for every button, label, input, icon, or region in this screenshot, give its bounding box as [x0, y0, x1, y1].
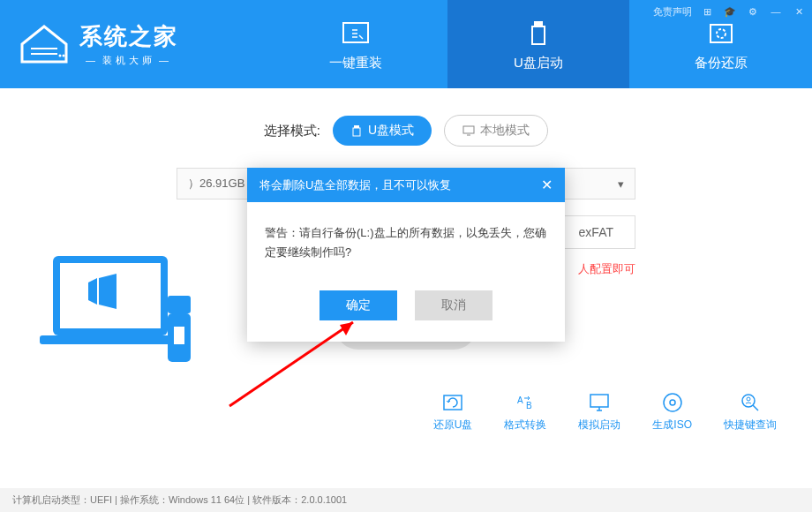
svg-rect-4	[532, 26, 545, 44]
svg-rect-9	[463, 126, 474, 133]
svg-point-1	[63, 55, 65, 57]
restore-usb-icon	[441, 391, 464, 414]
tab-reinstall[interactable]: 一键重装	[265, 0, 447, 88]
modal-body: 警告：请自行备份(L:)盘上的所有数据，以免丢失，您确定要继续制作吗?	[247, 202, 565, 290]
logo-title: 系统之家	[79, 21, 178, 52]
restore-icon	[705, 18, 737, 49]
svg-rect-2	[343, 23, 368, 42]
hat-icon[interactable]: 🎓	[722, 4, 738, 19]
svg-rect-19	[590, 395, 608, 407]
svg-point-23	[747, 397, 750, 401]
svg-point-21	[670, 400, 675, 405]
mode-label: 选择模式:	[264, 123, 320, 139]
close-button[interactable]: ✕	[791, 4, 807, 19]
chevron-down-icon: ▾	[618, 177, 624, 191]
mode-selector: 选择模式: U盘模式 本地模式	[35, 115, 777, 147]
svg-text:A: A	[517, 395, 523, 405]
exfat-button[interactable]: exFAT	[557, 215, 635, 249]
svg-rect-15	[174, 327, 184, 344]
disc-icon	[661, 391, 684, 414]
format-convert-icon: AB	[514, 391, 537, 414]
tool-restore-usb[interactable]: 还原U盘	[433, 391, 473, 433]
local-mode-button[interactable]: 本地模式	[444, 115, 548, 147]
svg-rect-8	[353, 128, 360, 136]
svg-rect-12	[40, 335, 181, 344]
modal-header: 将会删除U盘全部数据，且不可以恢复 ✕	[247, 168, 565, 202]
modal-cancel-button[interactable]: 取消	[415, 290, 492, 320]
window-icon	[340, 18, 372, 49]
usb-icon	[523, 18, 554, 49]
logo-subtitle: 装机大师	[79, 54, 178, 67]
logo: 系统之家 装机大师	[0, 0, 265, 88]
usb-mode-button[interactable]: U盘模式	[333, 116, 432, 146]
tool-simulate-boot[interactable]: 模拟启动	[578, 391, 620, 433]
tab-usb-boot[interactable]: U盘启动	[447, 0, 630, 88]
usb-small-icon	[350, 124, 363, 137]
svg-point-6	[717, 29, 726, 38]
monitor-small-icon	[462, 124, 475, 137]
svg-rect-13	[168, 296, 191, 313]
tool-generate-iso[interactable]: 生成ISO	[652, 391, 692, 433]
app-header: 系统之家 装机大师 一键重装 U盘启动 备份还原 免责声明 ⊞ 🎓 ⚙ — ✕	[0, 0, 812, 88]
gear-icon[interactable]: ⚙	[745, 4, 761, 19]
svg-point-0	[59, 55, 62, 57]
status-bar: 计算机启动类型：UEFI | 操作系统：Windows 11 64位 | 软件版…	[0, 488, 812, 512]
disclaimer-link[interactable]: 免责声明	[653, 5, 692, 19]
titlebar-controls: 免责声明 ⊞ 🎓 ⚙ — ✕	[653, 4, 807, 19]
svg-point-20	[664, 394, 681, 411]
bottom-toolbar: 还原U盘 AB 格式转换 模拟启动 生成ISO 快捷键查询	[433, 391, 777, 433]
modal-ok-button[interactable]: 确定	[320, 290, 397, 320]
confirm-modal: 将会删除U盘全部数据，且不可以恢复 ✕ 警告：请自行备份(L:)盘上的所有数据，…	[247, 168, 565, 342]
tool-format-convert[interactable]: AB 格式转换	[504, 391, 546, 433]
laptop-usb-illustration	[35, 247, 212, 388]
house-logo-icon	[18, 22, 71, 66]
search-person-icon	[739, 391, 762, 414]
svg-rect-5	[710, 25, 732, 42]
modal-footer: 确定 取消	[247, 290, 565, 342]
svg-text:B: B	[526, 401, 532, 410]
modal-title: 将会删除U盘全部数据，且不可以恢复	[259, 177, 451, 193]
monitor-icon	[588, 391, 611, 414]
modal-close-button[interactable]: ✕	[541, 177, 553, 193]
minimize-button[interactable]: —	[768, 4, 784, 19]
settings-icon[interactable]: ⊞	[699, 4, 715, 19]
tool-hotkey-query[interactable]: 快捷键查询	[724, 391, 777, 433]
